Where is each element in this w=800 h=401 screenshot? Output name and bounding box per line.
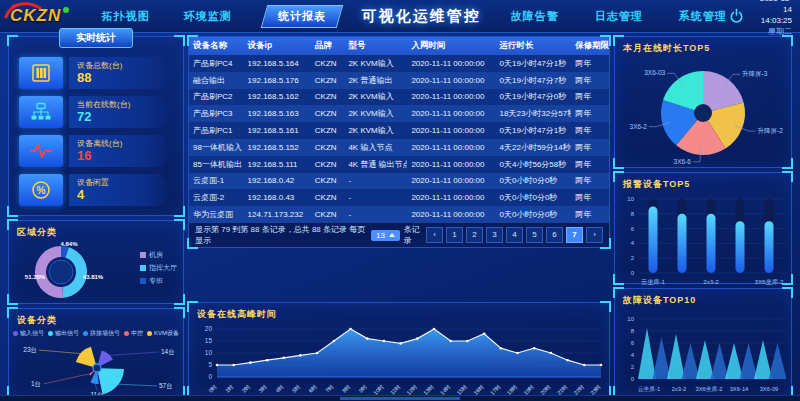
- table-cell: 192.168.0.43: [244, 193, 311, 202]
- chart-label: 11时: [389, 383, 402, 396]
- triangle-bar: [696, 340, 714, 379]
- table-cell: 2020-11-11 00:00:00: [407, 193, 495, 202]
- alarm-top5-bar-chart: 0246810云坐席-12x3-23X6坐席-2: [615, 191, 791, 287]
- legend-item[interactable]: 输入信号: [13, 329, 44, 338]
- logo-swoosh-icon: [2, 2, 44, 24]
- page-button[interactable]: 7: [566, 227, 583, 243]
- triangle-bar: [769, 343, 787, 379]
- page-button[interactable]: 1: [446, 227, 463, 243]
- nav-tab[interactable]: 统计报表: [260, 5, 343, 28]
- table-cell: 0天19小时47分0秒: [496, 91, 572, 102]
- legend-item[interactable]: 指挥大厅: [140, 263, 177, 273]
- page-button[interactable]: 2: [466, 227, 483, 243]
- table-cell: 2020-11-11 00:00:00: [407, 143, 495, 152]
- chart-label: 15: [205, 337, 213, 344]
- legend-item[interactable]: 拼接墙信号: [83, 329, 120, 338]
- table-cell: 两年: [571, 209, 609, 220]
- panel-corner: [782, 171, 793, 182]
- stat-plate: 当前在线数(台)72: [69, 96, 173, 128]
- chart-label: 8: [631, 328, 635, 334]
- nav-tab[interactable]: 故障告警: [509, 6, 561, 27]
- chart-label: 6时: [308, 383, 319, 394]
- table-row: 产品刷PC2192.168.5.162CKZN2K KVM输入2020-11-1…: [189, 89, 609, 106]
- table-cell: 0天19小时47分1秒: [496, 58, 572, 69]
- table-cell: 2020-11-11 00:00:00: [407, 109, 495, 118]
- table-row: 产品刷PC1192.168.5.161CKZN2K KVM输入2020-11-1…: [189, 122, 609, 139]
- chart-label: 2x3-2: [703, 278, 719, 285]
- legend-item[interactable]: 中控: [124, 329, 143, 338]
- legend-label: 指挥大厅: [149, 263, 177, 273]
- table-header-row: 设备名称设备ip品牌型号入网时间运行时长保修期限: [189, 37, 609, 55]
- panel-corner: [187, 238, 198, 249]
- page-button[interactable]: 4: [506, 227, 523, 243]
- nav-tab[interactable]: 系统管理: [677, 6, 729, 27]
- panel-corner: [782, 35, 793, 46]
- page-title: 可视化运维管控: [362, 7, 481, 26]
- power-icon[interactable]: [729, 8, 744, 24]
- chart-label: 10: [205, 349, 213, 356]
- table-cell: 云桌面-2: [189, 192, 244, 203]
- panel-corner: [174, 35, 185, 46]
- stat-item: 设备离线(台)16: [19, 135, 173, 167]
- logo-dot-icon: [63, 7, 69, 13]
- page-button[interactable]: 3: [486, 227, 503, 243]
- network-icon: [19, 96, 63, 128]
- svg-text:%: %: [37, 185, 46, 196]
- chart-label: 14时: [439, 383, 452, 396]
- page-prev-button[interactable]: ‹: [426, 227, 443, 243]
- table-cell: 2K 普通输出: [344, 75, 407, 86]
- triangle-bar: [711, 343, 729, 379]
- table-cell: CKZN: [311, 126, 345, 135]
- page-button[interactable]: 6: [546, 227, 563, 243]
- table-row: 云桌面-2192.168.0.43CKZN-2020-11-11 00:00:0…: [189, 189, 609, 206]
- page-size-value: 13: [376, 231, 385, 240]
- nav-tab[interactable]: 拓扑视图: [100, 6, 152, 27]
- table-cell: CKZN: [311, 143, 345, 152]
- table-cell: 两年: [571, 91, 609, 102]
- legend-item[interactable]: 机房: [140, 250, 177, 260]
- legend-swatch: [124, 331, 129, 336]
- page-size-select[interactable]: 13: [371, 230, 400, 241]
- chart-label: 3X6-09: [760, 386, 779, 392]
- page-button[interactable]: 5: [526, 227, 543, 243]
- panel-corner: [613, 287, 624, 298]
- table-header-cell: 运行时长: [496, 40, 572, 52]
- pagination: 显示第 79 到第 88 条记录，总共 88 条记录 每页显示 13 条记录 ‹…: [189, 223, 609, 247]
- chart-label: 3X6-6: [674, 158, 692, 165]
- table-cell: 产品刷PC4: [189, 58, 244, 69]
- chart-label: 14台: [161, 348, 175, 356]
- nav-tab[interactable]: 日志管理: [593, 6, 645, 27]
- legend-item[interactable]: KVM设备: [147, 329, 179, 338]
- nav-left: 拓扑视图环境监测统计报表: [100, 5, 340, 28]
- chart-label: 3X6-2: [630, 123, 648, 130]
- panel-corner: [782, 274, 793, 285]
- nav-tab[interactable]: 环境监测: [182, 6, 234, 27]
- table-cell: 云桌面-1: [189, 175, 244, 186]
- panel-corner: [174, 219, 185, 230]
- chart-label: 16时: [472, 383, 485, 396]
- table-cell: CKZN: [311, 193, 345, 202]
- chart-label: 51.35%: [25, 274, 46, 280]
- table-cell: 124.71.173.232: [244, 210, 311, 219]
- legend-item[interactable]: 专班: [140, 276, 177, 286]
- chart-label: 3X6-03: [644, 69, 665, 76]
- table-cell: -: [344, 210, 407, 219]
- legend-swatch: [48, 331, 53, 336]
- panel-title: 区域分类: [9, 221, 183, 239]
- panel-peak-time: 设备在线高峰时间 051015200时1时2时3时4时5时6时7时8时9时10时…: [188, 302, 610, 396]
- legend-swatch: [13, 331, 18, 336]
- panel-corner: [7, 307, 18, 318]
- caret-up-icon: [389, 233, 395, 237]
- table-cell: 2020-11-11 00:00:00: [407, 176, 495, 185]
- chart-label: 22时: [573, 383, 586, 396]
- table-cell: 2K KVM输入: [344, 125, 407, 136]
- chart-label: 2时: [241, 383, 252, 394]
- panel-corner: [600, 301, 611, 312]
- triangle-bar: [667, 334, 685, 379]
- chart-label: 12时: [406, 383, 419, 396]
- table-cell: 4K 输入节点: [344, 142, 407, 153]
- legend-item[interactable]: 输出信号: [48, 329, 79, 338]
- table-cell: 两年: [571, 192, 609, 203]
- panel-title: 设备在线高峰时间: [189, 303, 609, 321]
- chart-label: 5: [208, 361, 212, 368]
